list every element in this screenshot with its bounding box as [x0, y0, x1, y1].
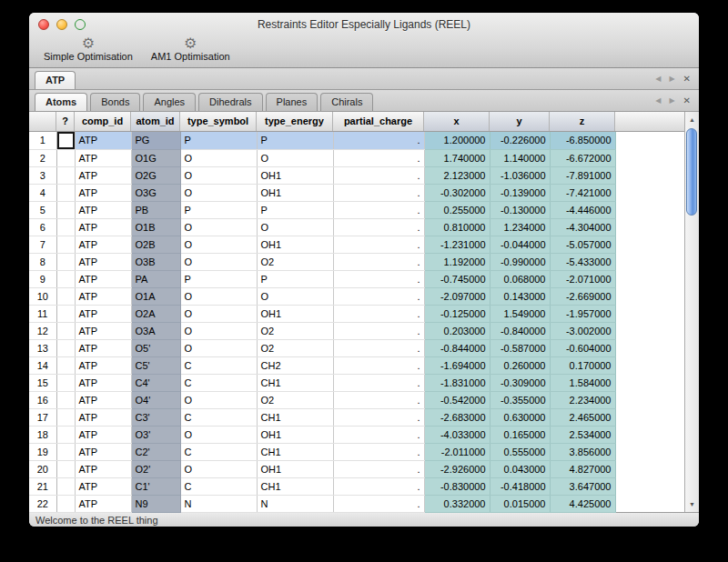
row-number[interactable]: 1	[29, 132, 56, 149]
row-number[interactable]: 11	[29, 305, 56, 322]
cell-comp_id[interactable]: ATP	[75, 322, 131, 339]
cell-type_energy[interactable]: CH1	[257, 477, 333, 495]
cell-comp_id[interactable]: ATP	[75, 460, 131, 477]
cell-comp_id[interactable]: ATP	[75, 253, 131, 270]
cell-comp_id[interactable]: ATP	[75, 166, 131, 184]
row-number[interactable]: 18	[29, 426, 56, 443]
cell-type_symbol[interactable]: O	[180, 305, 257, 322]
cell-comp_id[interactable]: ATP	[75, 443, 131, 460]
cell-y[interactable]: 0.630000	[490, 408, 550, 426]
cell-type_energy[interactable]: CH1	[257, 443, 333, 460]
cell-comp_id[interactable]: ATP	[75, 408, 131, 426]
cell-x[interactable]: -1.694000	[424, 356, 490, 374]
cell-z[interactable]: -5.433000	[550, 253, 615, 270]
cell-y[interactable]: 0.043000	[490, 460, 550, 477]
cell-z[interactable]: -7.421000	[550, 184, 615, 201]
zoom-button[interactable]	[75, 19, 86, 30]
cell-y[interactable]: 0.260000	[490, 356, 550, 374]
cell-comp_id[interactable]: ATP	[75, 218, 131, 236]
cell-type_symbol[interactable]: C	[180, 477, 257, 495]
column-header-comp_id[interactable]: comp_id	[75, 112, 131, 131]
row-number[interactable]: 10	[29, 287, 56, 305]
cell-partial_charge[interactable]: .	[333, 391, 424, 408]
cell-type_energy[interactable]: P	[257, 270, 333, 287]
cell-q[interactable]	[56, 391, 75, 408]
tab-scroll-right-icon[interactable]: ▶	[669, 75, 674, 83]
row-number[interactable]: 6	[29, 218, 56, 236]
cell-q[interactable]	[56, 495, 75, 512]
cell-z[interactable]: 1.584000	[550, 374, 615, 391]
cell-type_symbol[interactable]: N	[180, 495, 257, 512]
cell-type_energy[interactable]: P	[257, 201, 333, 218]
cell-x[interactable]: 1.192000	[424, 253, 490, 270]
cell-type_symbol[interactable]: C	[180, 356, 257, 374]
cell-y[interactable]: -0.990000	[490, 253, 550, 270]
cell-q[interactable]	[56, 339, 75, 356]
cell-atom_id[interactable]: C4'	[131, 374, 180, 391]
tab-dihedrals[interactable]: Dihedrals	[198, 93, 262, 111]
tab-atp[interactable]: ATP	[35, 71, 76, 89]
cell-x[interactable]: -4.033000	[424, 426, 490, 443]
cell-type_symbol[interactable]: O	[180, 322, 257, 339]
cell-x[interactable]: -2.011000	[424, 443, 490, 460]
cell-q[interactable]	[56, 356, 75, 374]
tab-scroll-left-icon[interactable]: ◀	[655, 97, 661, 105]
tab-angles[interactable]: Angles	[143, 93, 196, 111]
cell-type_energy[interactable]: O	[257, 218, 333, 236]
cell-comp_id[interactable]: ATP	[75, 132, 131, 149]
cell-z[interactable]: -3.002000	[550, 322, 615, 339]
cell-partial_charge[interactable]: .	[333, 166, 424, 184]
cell-type_energy[interactable]: O	[257, 287, 333, 305]
column-header-type_symbol[interactable]: type_symbol	[180, 112, 257, 131]
cell-q[interactable]	[56, 218, 75, 236]
cell-atom_id[interactable]: O1A	[131, 287, 180, 305]
cell-z[interactable]: -6.672000	[550, 149, 615, 166]
cell-comp_id[interactable]: ATP	[75, 391, 131, 408]
row-number[interactable]: 8	[29, 253, 56, 270]
cell-partial_charge[interactable]: .	[333, 356, 424, 374]
cell-x[interactable]: 0.203000	[424, 322, 490, 339]
minimize-button[interactable]	[56, 19, 67, 30]
cell-type_symbol[interactable]: O	[180, 236, 257, 253]
cell-atom_id[interactable]: N9	[131, 495, 180, 512]
cell-x[interactable]: -2.097000	[424, 287, 490, 305]
cell-partial_charge[interactable]: .	[333, 426, 424, 443]
cell-type_energy[interactable]: OH1	[257, 236, 333, 253]
row-number[interactable]: 2	[29, 149, 56, 166]
cell-atom_id[interactable]: O3G	[131, 184, 180, 201]
cell-type_energy[interactable]: P	[257, 132, 333, 149]
cell-y[interactable]: -0.130000	[490, 201, 550, 218]
cell-y[interactable]: -0.309000	[490, 374, 550, 391]
tab-chirals[interactable]: Chirals	[320, 93, 373, 111]
tab-close-icon[interactable]: ✕	[683, 75, 691, 84]
cell-comp_id[interactable]: ATP	[75, 374, 131, 391]
cell-q[interactable]	[56, 408, 75, 426]
cell-y[interactable]: -0.139000	[490, 184, 550, 201]
cell-partial_charge[interactable]: .	[333, 184, 424, 201]
cell-comp_id[interactable]: ATP	[75, 356, 131, 374]
row-number[interactable]: 22	[29, 495, 56, 512]
simple-optimisation-button[interactable]: ⚙ Simple Optimisation	[35, 36, 142, 62]
cell-y[interactable]: 1.549000	[490, 305, 550, 322]
cell-type_symbol[interactable]: P	[180, 132, 257, 149]
cell-atom_id[interactable]: O2B	[131, 236, 180, 253]
cell-q[interactable]	[56, 477, 75, 495]
column-header-x[interactable]: x	[424, 112, 490, 131]
titlebar[interactable]: Restraints Editor Especially Ligands (RE…	[29, 13, 699, 36]
cell-x[interactable]: -0.844000	[424, 339, 490, 356]
cell-type_energy[interactable]: CH2	[257, 356, 333, 374]
cell-z[interactable]: -2.071000	[550, 270, 615, 287]
cell-atom_id[interactable]: C5'	[131, 356, 180, 374]
row-number[interactable]: 12	[29, 322, 56, 339]
cell-partial_charge[interactable]: .	[333, 322, 424, 339]
column-header-q[interactable]: ?	[56, 112, 75, 131]
cell-z[interactable]: -7.891000	[550, 166, 615, 184]
cell-atom_id[interactable]: O3'	[131, 426, 180, 443]
cell-type_symbol[interactable]: C	[180, 374, 257, 391]
tab-scroll-right-icon[interactable]: ▶	[669, 97, 674, 105]
cell-y[interactable]: -0.226000	[490, 132, 550, 149]
scroll-down-icon[interactable]: ▼	[685, 497, 699, 511]
cell-q[interactable]	[56, 287, 75, 305]
cell-type_symbol[interactable]: O	[180, 149, 257, 166]
cell-z[interactable]: -1.957000	[550, 305, 615, 322]
